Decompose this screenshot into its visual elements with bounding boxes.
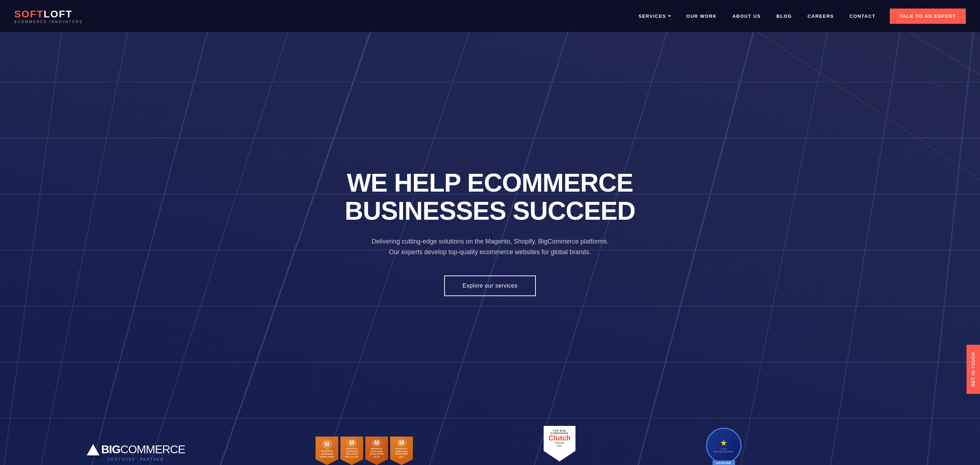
clutch-shield: TOP B2B COMPANIES Clutch UKRAINE2021 bbox=[544, 426, 576, 462]
award-ribbon: UKRAINE bbox=[713, 460, 735, 465]
magento-badge-3: M MAGENTOCERTIFIEDDEVELOPERPLUS bbox=[365, 436, 388, 465]
explore-services-button[interactable]: Explore our services bbox=[444, 275, 536, 296]
nav-item-careers[interactable]: CAREERS bbox=[800, 14, 842, 19]
award-badge: ★ TOPDEVELOPERS UKRAINE bbox=[706, 428, 741, 465]
bigcommerce-subtitle: CERTIFIED PARTNER bbox=[108, 457, 164, 462]
logo-red: SOFT bbox=[14, 8, 44, 19]
bigcommerce-logo: BIG COMMERCE bbox=[87, 443, 185, 456]
logo[interactable]: SOFTLOFT ECOMMERCE INNOVATORS bbox=[14, 8, 83, 24]
magento-badge-1: M MAGENTOCERTIFIEDDEVELOPER bbox=[315, 436, 338, 465]
clutch-top-text: TOP B2B COMPANIES bbox=[546, 430, 573, 435]
side-cta-button[interactable]: GET IN TOUCH bbox=[967, 345, 980, 394]
chevron-down-icon bbox=[668, 15, 671, 17]
magento-badge-4: M MAGENTOCERTIFIEDFRONTENDDEV bbox=[390, 436, 413, 465]
nav-item-blog[interactable]: BLOG bbox=[768, 14, 800, 19]
svg-line-1 bbox=[35, 0, 140, 465]
clutch-logo-text: Clutch bbox=[548, 435, 570, 441]
award-circle: ★ TOPDEVELOPERS UKRAINE bbox=[706, 428, 741, 463]
bigcommerce-big-text: BIG bbox=[101, 443, 121, 456]
hero-badges: BIG COMMERCE CERTIFIED PARTNER M MAGENTO… bbox=[0, 426, 980, 465]
hero-subtitle: Delivering cutting-edge solutions on the… bbox=[369, 236, 611, 258]
nav-item-about-us[interactable]: ABOUT US bbox=[724, 14, 768, 19]
award-star-icon: ★ bbox=[720, 438, 728, 448]
bigcommerce-badge: BIG COMMERCE CERTIFIED PARTNER bbox=[87, 443, 185, 465]
award-text: TOPDEVELOPERS bbox=[713, 448, 734, 453]
main-nav: SERVICES OUR WORK ABOUT US BLOG CAREERS … bbox=[631, 14, 883, 19]
svg-line-8 bbox=[630, 0, 770, 465]
svg-line-10 bbox=[826, 0, 910, 465]
bigcommerce-commerce-text: COMMERCE bbox=[121, 443, 185, 456]
header: SOFTLOFT ECOMMERCE INNOVATORS SERVICES O… bbox=[0, 0, 980, 32]
clutch-sub-text: UKRAINE2021 bbox=[555, 441, 564, 447]
svg-line-2 bbox=[84, 0, 224, 465]
clutch-badge: TOP B2B COMPANIES Clutch UKRAINE2021 bbox=[544, 426, 576, 465]
logo-white: LOFT bbox=[44, 8, 73, 19]
nav-item-our-work[interactable]: OUR WORK bbox=[679, 14, 725, 19]
hero-title: WE HELP ECOMMERCE BUSINESSES SUCCEED bbox=[337, 169, 643, 225]
talk-to-expert-button[interactable]: TALK TO AN EXPERT bbox=[890, 8, 966, 24]
magento-badges: M MAGENTOCERTIFIEDDEVELOPER M MAGENTOCER… bbox=[315, 436, 413, 465]
logo-tagline: ECOMMERCE INNOVATORS bbox=[14, 20, 83, 24]
magento-badge-2: M MAGENTOCERTIFIEDSOLUTIONSPECIALIST bbox=[340, 436, 363, 465]
bigcommerce-partner-text: PARTNER bbox=[140, 457, 164, 462]
hero-section: WE HELP ECOMMERCE BUSINESSES SUCCEED Del… bbox=[0, 0, 980, 465]
nav-item-contact[interactable]: CONTACT bbox=[842, 14, 883, 19]
hero-content: WE HELP ECOMMERCE BUSINESSES SUCCEED Del… bbox=[330, 169, 650, 296]
bigcommerce-arrow-icon bbox=[87, 444, 100, 455]
svg-line-9 bbox=[735, 0, 840, 465]
nav-item-services[interactable]: SERVICES bbox=[631, 14, 679, 19]
svg-line-3 bbox=[140, 0, 308, 465]
svg-line-0 bbox=[0, 0, 70, 465]
logo-text: SOFTLOFT bbox=[14, 8, 83, 20]
